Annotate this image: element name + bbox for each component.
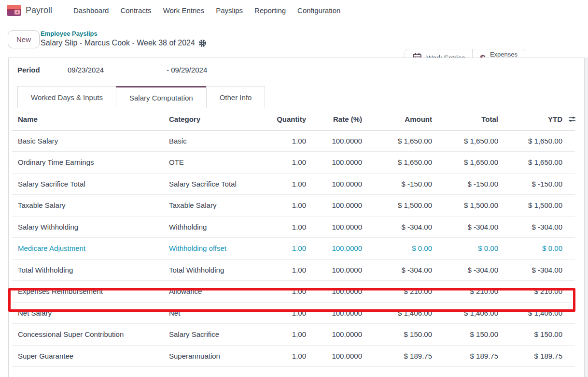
table-row[interactable]: Medicare Adjustment Withholding offset 1… <box>12 238 575 260</box>
cell-quantity: 1.00 <box>267 302 312 324</box>
cell-amount: $ 1,500.00 <box>368 195 438 217</box>
cell-total: $ 1,650.00 <box>438 152 504 174</box>
cell-name: Total Withholding <box>12 259 163 281</box>
payroll-app-icon[interactable]: ● <box>7 5 21 16</box>
cell-amount: $ 150.00 <box>368 324 438 346</box>
cell-ytd: $ -304.00 <box>504 216 568 238</box>
nav-item-dashboard[interactable]: Dashboard <box>73 6 109 14</box>
cell-name: Ordinary Time Earnings <box>12 152 163 174</box>
tab-salary-computation[interactable]: Salary Computation <box>116 86 207 108</box>
period-field-row: Period 09/23/2024 - 09/29/2024 <box>17 66 584 74</box>
cell-spacer <box>568 173 575 195</box>
cell-category: Allowance <box>163 281 267 303</box>
cell-ytd: $ -150.00 <box>504 173 568 195</box>
app-title: Payroll <box>26 5 52 15</box>
cell-amount: $ 1,650.00 <box>368 130 438 152</box>
table-row[interactable]: Ordinary Time Earnings OTE 1.00 100.0000… <box>12 152 575 174</box>
cell-total: $ -150.00 <box>438 173 504 195</box>
control-panel: New Employee Payslips Salary Slip - Marc… <box>0 20 588 58</box>
nav-item-payslips[interactable]: Payslips <box>216 6 243 14</box>
cell-category: Taxable Salary <box>163 195 267 217</box>
form-sheet: Period 09/23/2024 - 09/29/2024 Worked Da… <box>8 58 585 377</box>
cell-category: OTE <box>163 152 267 174</box>
nav-item-contracts[interactable]: Contracts <box>120 6 151 14</box>
tab-other-info[interactable]: Other Info <box>206 86 266 108</box>
nav-item-configuration[interactable]: Configuration <box>297 6 340 14</box>
cell-spacer <box>568 302 575 324</box>
table-row[interactable]: Super Guarantee Superannuation 1.00 100.… <box>12 345 575 367</box>
cell-quantity: 1.00 <box>267 195 312 217</box>
breadcrumb: Employee Payslips Salary Slip - Marcus C… <box>41 30 207 47</box>
cell-category: Salary Sacrifice Total <box>163 173 267 195</box>
table-row[interactable]: Basic Salary Basic 1.00 100.0000 $ 1,650… <box>12 130 575 152</box>
cell-amount: $ -304.00 <box>368 216 438 238</box>
cell-total: $ 0.00 <box>438 238 504 260</box>
cell-ytd: $ 0.00 <box>504 238 568 260</box>
cell-quantity: 1.00 <box>267 152 312 174</box>
new-button[interactable]: New <box>8 30 40 48</box>
page-title: Salary Slip - Marcus Cook - Week 38 of 2… <box>41 39 207 47</box>
cell-category: Basic <box>163 130 267 152</box>
cell-total: $ -304.00 <box>438 216 504 238</box>
cell-rate: 100.0000 <box>312 302 368 324</box>
cell-name: Medicare Adjustment <box>12 238 163 260</box>
gear-icon[interactable] <box>198 39 207 47</box>
table-row[interactable]: Salary Sacrifice Total Salary Sacrifice … <box>12 173 575 195</box>
cell-name: Net Salary <box>12 302 163 324</box>
cell-total: $ 1,650.00 <box>438 130 504 152</box>
salary-lines-body: Basic Salary Basic 1.00 100.0000 $ 1,650… <box>12 130 575 367</box>
table-row[interactable]: Total Withholding Total Withholding 1.00… <box>12 259 575 281</box>
cell-ytd: $ 150.00 <box>504 324 568 346</box>
cell-ytd: $ 210.00 <box>504 281 568 303</box>
column-header-category[interactable]: Category <box>163 108 267 130</box>
cell-rate: 100.0000 <box>312 216 368 238</box>
nav-item-work-entries[interactable]: Work Entries <box>163 6 205 14</box>
column-header-rate[interactable]: Rate (%) <box>312 108 368 130</box>
cell-quantity: 1.00 <box>267 130 312 152</box>
column-header-ytd[interactable]: YTD <box>504 108 568 130</box>
cell-rate: 100.0000 <box>312 130 368 152</box>
cell-category: Withholding <box>163 216 267 238</box>
cell-amount: $ 210.00 <box>368 281 438 303</box>
cell-category: Salary Sacrifice <box>163 324 267 346</box>
cell-name: Salary Withholding <box>12 216 163 238</box>
cell-total: $ 1,406.00 <box>438 302 504 324</box>
period-end-value[interactable]: - 09/29/2024 <box>167 66 207 74</box>
cell-ytd: $ 1,650.00 <box>504 130 568 152</box>
period-start-value[interactable]: 09/23/2024 <box>68 66 167 74</box>
notebook-tabs: Worked Days & Inputs Salary Computation … <box>9 86 584 108</box>
optional-columns-toggle[interactable] <box>568 108 575 130</box>
cell-amount: $ 0.00 <box>368 238 438 260</box>
breadcrumb-employee-payslips[interactable]: Employee Payslips <box>41 30 207 37</box>
expenses-label: Expenses <box>490 51 518 58</box>
cell-rate: 100.0000 <box>312 281 368 303</box>
cell-name: Expenses Reimbursement <box>12 281 163 303</box>
cell-name: Taxable Salary <box>12 195 163 217</box>
cell-rate: 100.0000 <box>312 152 368 174</box>
cell-ytd: $ 1,406.00 <box>504 302 568 324</box>
cell-spacer <box>568 152 575 174</box>
column-header-quantity[interactable]: Quantity <box>267 108 312 130</box>
cell-name: Salary Sacrifice Total <box>12 173 163 195</box>
cell-name: Basic Salary <box>12 130 163 152</box>
top-navbar: ● Payroll Dashboard Contracts Work Entri… <box>0 0 588 20</box>
table-row[interactable]: Net Salary Net 1.00 100.0000 $ 1,406.00 … <box>12 302 575 324</box>
cell-amount: $ 1,650.00 <box>368 152 438 174</box>
cell-rate: 100.0000 <box>312 324 368 346</box>
table-row[interactable]: Taxable Salary Taxable Salary 1.00 100.0… <box>12 195 575 217</box>
cell-ytd: $ 189.75 <box>504 345 568 367</box>
column-header-name[interactable]: Name <box>12 108 163 130</box>
cell-quantity: 1.00 <box>267 173 312 195</box>
nav-item-reporting[interactable]: Reporting <box>254 6 286 14</box>
cell-spacer <box>568 130 575 152</box>
cell-spacer <box>568 259 575 281</box>
tab-worked-days-inputs[interactable]: Worked Days & Inputs <box>17 86 116 108</box>
table-row[interactable]: Concessional Super Contribution Salary S… <box>12 324 575 346</box>
cell-total: $ -304.00 <box>438 259 504 281</box>
table-row[interactable]: Expenses Reimbursement Allowance 1.00 10… <box>12 281 575 303</box>
cell-category: Net <box>163 302 267 324</box>
column-header-total[interactable]: Total <box>438 108 504 130</box>
cell-ytd: $ -304.00 <box>504 259 568 281</box>
column-header-amount[interactable]: Amount <box>368 108 438 130</box>
table-row[interactable]: Salary Withholding Withholding 1.00 100.… <box>12 216 575 238</box>
